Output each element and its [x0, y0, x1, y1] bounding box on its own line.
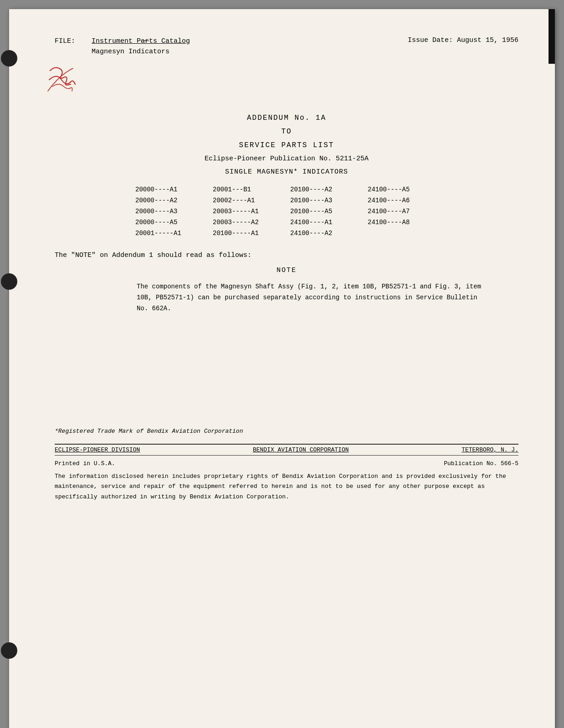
note-label: NOTE	[55, 267, 518, 274]
part-number: 20002----A1	[209, 196, 287, 205]
footer-bar: ECLIPSE-PIONEER DIVISION BENDIX AVIATION…	[55, 444, 518, 456]
part-number: 20000----A1	[132, 185, 209, 194]
part-number: 24100----A1	[287, 218, 364, 227]
part-number: 20003-----A1	[209, 207, 287, 216]
right-edge-bar	[549, 9, 555, 64]
signature-svg	[46, 62, 100, 98]
file-prefix: FILE:	[55, 37, 75, 45]
file-info: FILE: Instrument Parts Catalog Magnesyn …	[55, 36, 190, 57]
pub-number: Publication No. 566-5	[444, 460, 518, 467]
service-parts: SERVICE PARTS LIST	[55, 141, 518, 149]
pub-line: Eclipse-Pioneer Publication No. 5211-25A	[55, 155, 518, 163]
part-number: 20100-----A1	[209, 229, 287, 238]
binding-hole-2	[1, 273, 17, 290]
trademark-section: *Registered Trade Mark of Bendix Aviatio…	[55, 428, 518, 435]
indicators-line: SINGLE MAGNESYN* INDICATORS	[55, 168, 518, 176]
file-label-line2: Magnesyn Indicators	[55, 47, 190, 57]
note-section: The "NOTE" on Addendum 1 should read as …	[55, 251, 518, 314]
bottom-section: Printed in U.S.A. Publication No. 566-5	[55, 460, 518, 467]
part-number: 20001---B1	[209, 185, 287, 194]
part-number: 20000----A2	[132, 196, 209, 205]
issue-date: Issue Date: August 15, 1956	[408, 36, 518, 44]
footer-division: ECLIPSE-PIONEER DIVISION	[55, 446, 140, 453]
printed-in: Printed in U.S.A.	[55, 460, 115, 467]
file-subtitle: Magnesyn Indicators	[92, 48, 169, 56]
addendum-title: ADDENDUM No. 1A	[55, 114, 518, 122]
note-intro: The "NOTE" on Addendum 1 should read as …	[55, 251, 518, 259]
part-numbers-grid: 20000----A1 20001---B1 20100----A2 24100…	[132, 185, 441, 238]
file-title: Instrument Parts Catalog	[92, 37, 190, 45]
part-number: 24100----A6	[364, 196, 441, 205]
part-number: 24100----A5	[364, 185, 441, 194]
bottom-disclaimer: The information disclosed herein include…	[55, 472, 518, 502]
center-section: ADDENDUM No. 1A TO SERVICE PARTS LIST Ec…	[55, 114, 518, 176]
part-number: 20003-----A2	[209, 218, 287, 227]
document-page: FILE: Instrument Parts Catalog Magnesyn …	[9, 9, 555, 728]
part-number: 24100----A2	[287, 229, 364, 238]
part-number: 20100----A3	[287, 196, 364, 205]
part-number: 20001-----A1	[132, 229, 209, 238]
binding-hole-1	[1, 50, 17, 67]
to-text: TO	[55, 128, 518, 136]
signature-area	[46, 62, 518, 100]
file-label-line1: FILE: Instrument Parts Catalog	[55, 36, 190, 47]
note-body: The components of the Magnesyn Shaft Ass…	[137, 282, 491, 314]
footer-corporation: BENDIX AVIATION CORPORATION	[253, 446, 349, 453]
part-number: 24100----A8	[364, 218, 441, 227]
binding-hole-3	[1, 642, 17, 659]
part-number: 20000----A3	[132, 207, 209, 216]
part-number: 20000----A5	[132, 218, 209, 227]
part-number: 20100----A2	[287, 185, 364, 194]
part-number: 24100----A7	[364, 207, 441, 216]
part-number	[364, 229, 441, 238]
footer-location: TETERBORO, N. J.	[461, 446, 518, 453]
part-number: 20100----A5	[287, 207, 364, 216]
header: FILE: Instrument Parts Catalog Magnesyn …	[55, 36, 518, 57]
